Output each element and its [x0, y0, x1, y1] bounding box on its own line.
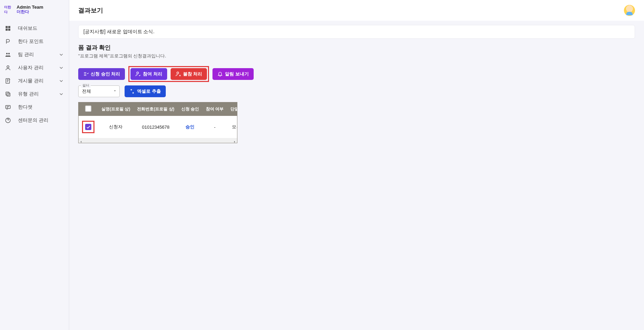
export-icon [129, 89, 135, 94]
highlight-checkbox-annotation [82, 121, 94, 133]
cell-single-choice: 모두 가능 [227, 116, 237, 138]
sidebar-item-label: 한다챗 [18, 104, 64, 110]
filter-value: 전체 [82, 88, 91, 94]
filter-select-wrapper: 필터 전체 [78, 85, 120, 97]
cell-phone: 01012345678 [134, 116, 178, 138]
attend-button[interactable]: 참여 처리 [130, 68, 167, 80]
sidebar-item-inquiry[interactable]: 센터문의 관리 [0, 114, 69, 127]
cell-name: 신청자 [98, 116, 134, 138]
point-icon [5, 38, 11, 45]
table-header: 실명(프로필 상) [98, 102, 134, 116]
sidebar-header: 더한다 Admin Team 더한다 [0, 0, 69, 19]
svg-rect-3 [8, 29, 10, 31]
button-label: 알림 보내기 [225, 71, 249, 77]
button-label: 불참 처리 [183, 71, 202, 77]
sidebar-item-chat[interactable]: 한다챗 [0, 101, 69, 114]
results-table: 실명(프로필 상) 전화번호(프로필 상) 신청 승인 참여 여부 단일 선택형 [79, 102, 237, 138]
sidebar-item-team[interactable]: 팀 관리 [0, 48, 69, 61]
filter-row: 필터 전체 엑셀로 추출 [78, 85, 635, 97]
sidebar-item-label: 사용자 관리 [18, 65, 52, 71]
notify-button[interactable]: 알림 보내기 [212, 68, 254, 80]
team-sub: 더한다 [17, 10, 43, 14]
nav: 대쉬보드 한다 포인트 팀 관리 사용자 관리 게시물 관리 [0, 19, 69, 130]
caret-down-icon [113, 89, 117, 94]
sidebar: 더한다 Admin Team 더한다 대쉬보드 한다 포인트 팀 관리 [0, 0, 69, 330]
sidebar-item-label: 한다 포인트 [18, 38, 64, 45]
chevron-down-icon [58, 78, 64, 84]
topbar: 결과보기 [69, 0, 644, 21]
export-excel-button[interactable]: 엑셀로 추출 [125, 85, 166, 97]
user-check-icon [135, 71, 141, 77]
row-checkbox-cell [79, 116, 98, 138]
sidebar-item-post[interactable]: 게시물 관리 [0, 74, 69, 88]
section-title: 폼 결과 확인 [78, 44, 635, 52]
user-x-icon [175, 71, 181, 77]
filter-label: 필터 [81, 83, 91, 88]
approval-link[interactable]: 승인 [185, 124, 194, 129]
check-icon [86, 125, 91, 129]
dashboard-icon [5, 25, 11, 31]
horizontal-scrollbar[interactable] [79, 138, 237, 143]
chat-icon [5, 104, 11, 110]
sidebar-item-label: 대쉬보드 [18, 25, 64, 31]
chevron-down-icon [58, 65, 64, 71]
team-info: Admin Team 더한다 [17, 5, 43, 14]
svg-point-12 [137, 72, 138, 74]
svg-rect-2 [6, 29, 8, 31]
table-header: 참여 여부 [202, 102, 227, 116]
sidebar-item-label: 센터문의 관리 [18, 117, 64, 123]
post-icon [5, 78, 11, 84]
logo: 더한다 [4, 7, 14, 13]
button-label: 신청 승인 처리 [91, 71, 120, 77]
table-header: 전화번호(프로필 상) [134, 102, 178, 116]
action-button-row: 신청 승인 처리 참여 처리 불참 처리 알림 보내기 [78, 66, 635, 82]
scroll-left-icon [79, 139, 83, 142]
section-subtitle: "프로그램 제목"프로그램의 신청결과입니다. [78, 53, 635, 59]
bell-icon [217, 71, 223, 77]
button-label: 엑셀로 추출 [137, 88, 161, 94]
svg-rect-9 [6, 92, 9, 95]
list-check-icon [83, 71, 89, 77]
sidebar-item-points[interactable]: 한다 포인트 [0, 35, 69, 48]
table-header: 신청 승인 [178, 102, 202, 116]
button-label: 참여 처리 [143, 71, 162, 77]
highlight-group-annotation: 참여 처리 불참 처리 [128, 66, 209, 82]
table-header-row: 실명(프로필 상) 전화번호(프로필 상) 신청 승인 참여 여부 단일 선택형 [79, 102, 237, 116]
sidebar-item-dashboard[interactable]: 대쉬보드 [0, 22, 69, 35]
main: 결과보기 [공지사항] 새로운 업데이트 소식. 폼 결과 확인 "프로그램 제… [69, 0, 644, 330]
notice-text: [공지사항] 새로운 업데이트 소식. [83, 29, 154, 34]
sidebar-item-type[interactable]: 유형 관리 [0, 88, 69, 101]
absent-button[interactable]: 불참 처리 [171, 68, 207, 80]
row-checkbox[interactable] [85, 124, 91, 130]
notice-banner[interactable]: [공지사항] 새로운 업데이트 소식. [78, 25, 635, 39]
cell-approval: 승인 [178, 116, 202, 138]
page-title: 결과보기 [78, 6, 103, 15]
table-row: 신청자 01012345678 승인 - 모두 가능 [79, 116, 237, 138]
team-name: Admin Team [17, 5, 43, 10]
chevron-down-icon [58, 91, 64, 97]
table-header: 단일 선택형 [227, 102, 237, 116]
sidebar-item-label: 게시물 관리 [18, 78, 52, 84]
svg-point-6 [7, 66, 9, 68]
user-icon [5, 65, 11, 71]
svg-point-4 [6, 53, 8, 55]
select-all-checkbox[interactable] [85, 106, 91, 112]
avatar[interactable] [624, 5, 635, 16]
team-icon [5, 52, 11, 58]
svg-rect-0 [6, 26, 8, 28]
results-table-wrap: 실명(프로필 상) 전화번호(프로필 상) 신청 승인 참여 여부 단일 선택형 [78, 102, 237, 143]
sidebar-item-user[interactable]: 사용자 관리 [0, 61, 69, 74]
approve-button[interactable]: 신청 승인 처리 [78, 68, 125, 80]
svg-point-5 [8, 53, 10, 55]
svg-rect-8 [7, 93, 10, 96]
svg-rect-10 [6, 106, 10, 109]
help-icon [5, 117, 11, 123]
sidebar-item-label: 유형 관리 [18, 91, 52, 97]
svg-rect-1 [8, 26, 10, 28]
cell-attendance: - [202, 116, 227, 138]
copy-icon [5, 91, 11, 97]
svg-point-13 [177, 72, 179, 74]
scroll-right-icon [233, 139, 236, 142]
sidebar-item-label: 팀 관리 [18, 52, 52, 58]
content: [공지사항] 새로운 업데이트 소식. 폼 결과 확인 "프로그램 제목"프로그… [69, 21, 644, 152]
